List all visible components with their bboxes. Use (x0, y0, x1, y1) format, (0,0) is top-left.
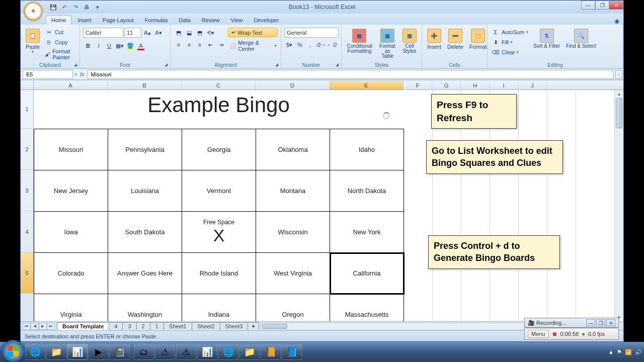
font-color-icon[interactable]: A (136, 41, 146, 51)
font-launcher-icon[interactable]: ◢ (163, 61, 169, 67)
taskbar-explorer-icon[interactable]: 📁 (46, 344, 66, 360)
sheet-tab-2[interactable]: 2 (136, 322, 150, 330)
number-launcher-icon[interactable]: ◢ (334, 61, 340, 67)
recorder-titlebar[interactable]: 🎥 Recording... — ❐ ✕ (524, 318, 619, 328)
bingo-cell[interactable]: California (330, 253, 404, 294)
select-all-corner[interactable] (21, 81, 34, 89)
alignment-launcher-icon[interactable]: ◢ (274, 61, 280, 67)
align-center-icon[interactable]: ≡ (184, 40, 194, 50)
row-header-2[interactable]: 2 (21, 129, 34, 170)
note-refresh[interactable]: Press F9 to Refresh (431, 94, 517, 129)
note-generate[interactable]: Press Control + d to Generate Bingo Boar… (428, 235, 560, 269)
sheet-tab-sheet3[interactable]: Sheet3 (220, 322, 249, 330)
bingo-cell[interactable]: North Dakota (330, 170, 404, 212)
formula-bar[interactable]: Missouri (88, 70, 613, 79)
taskbar-app4-icon[interactable]: 📊 (197, 344, 217, 360)
col-header-f[interactable]: F (404, 81, 432, 89)
tab-home[interactable]: Home (46, 15, 71, 25)
sort-filter-button[interactable]: ⇅Sort & Filter (531, 28, 562, 50)
font-name-combo[interactable]: Calibri (83, 28, 123, 38)
office-button[interactable]: ❖ (24, 2, 43, 21)
tab-insert[interactable]: Insert (72, 16, 97, 25)
col-header-a[interactable]: A (34, 81, 108, 89)
bingo-cell[interactable]: Virginia (34, 294, 108, 322)
underline-icon[interactable]: U (104, 41, 114, 51)
find-select-button[interactable]: 🔍Find & Select (564, 28, 598, 50)
rec-min-icon[interactable]: — (586, 319, 595, 326)
grow-font-icon[interactable]: A▴ (142, 28, 152, 38)
currency-icon[interactable]: $▾ (284, 40, 294, 50)
sheet-tab-sheet1[interactable]: Sheet1 (164, 322, 192, 330)
scroll-thumb[interactable] (616, 98, 622, 128)
tab-nav-next-icon[interactable]: ▶ (39, 323, 47, 330)
increase-decimal-icon[interactable]: .0→ (316, 40, 326, 50)
tab-nav-last-icon[interactable]: ⏭ (47, 323, 55, 330)
bingo-cell[interactable]: Washington (108, 294, 182, 322)
merge-center-button[interactable]: ⬜Merge & Center▾ (228, 39, 278, 52)
tray-up-icon[interactable]: ▲ (608, 349, 614, 355)
bingo-cell[interactable]: Montana (256, 170, 330, 212)
col-header-j[interactable]: J (518, 81, 547, 89)
sheet-tab-3[interactable]: 3 (122, 322, 136, 330)
tab-data[interactable]: Data (174, 16, 195, 25)
fill-color-icon[interactable]: 🪣 (125, 41, 135, 51)
undo-icon[interactable]: ↶ (60, 3, 69, 12)
tab-page-layout[interactable]: Page Layout (98, 16, 139, 25)
start-button[interactable] (2, 340, 24, 362)
conditional-formatting-button[interactable]: ▦Conditional Formatting (345, 28, 374, 55)
sheet-tab-board-template[interactable]: Board Template (57, 322, 109, 330)
row-header-1[interactable]: 1 (21, 90, 34, 129)
bingo-cell[interactable]: Missouri (34, 129, 108, 170)
copy-button[interactable]: ⎘Copy (44, 38, 76, 47)
sheet-tab-4[interactable]: 4 (109, 322, 123, 330)
tab-view[interactable]: View (226, 16, 248, 25)
bingo-cell[interactable]: South Dakota (108, 212, 182, 253)
tab-formulas[interactable]: Formulas (140, 16, 173, 25)
taskbar-onenote-icon[interactable]: 📓 (110, 344, 130, 360)
bingo-cell[interactable]: Louisiana (108, 170, 182, 212)
percent-icon[interactable]: % (295, 40, 305, 50)
rec-stop-icon[interactable]: ⏹ (552, 331, 557, 337)
insert-cells-button[interactable]: ➕Insert (425, 28, 443, 51)
col-header-e[interactable]: E (330, 81, 404, 89)
note-list-worksheet[interactable]: Go to List Worksheet to edit Bingo Squar… (426, 140, 563, 174)
bingo-cell[interactable]: Iowa (34, 212, 108, 253)
taskbar-app2-icon[interactable]: ⚠ (155, 344, 175, 360)
paste-button[interactable]: 📋 Paste ▾ (24, 28, 42, 55)
shrink-font-icon[interactable]: A▾ (153, 28, 164, 38)
align-middle-icon[interactable]: ⬓ (184, 28, 194, 38)
row-header-5[interactable]: 5 (21, 252, 34, 294)
bingo-cell[interactable]: Georgia (182, 129, 256, 170)
col-header-i[interactable]: I (490, 81, 518, 89)
taskbar-app6-icon[interactable]: 📁 (239, 344, 260, 360)
bingo-cell[interactable]: New York (330, 212, 404, 253)
border-icon[interactable]: ▦▾ (115, 41, 125, 51)
increase-indent-icon[interactable]: ⇥ (216, 40, 226, 50)
decrease-decimal-icon[interactable]: ←.0 (327, 40, 337, 50)
sheet-tab-sheet2[interactable]: Sheet2 (192, 322, 220, 330)
vertical-scrollbar[interactable]: ▲ ▼ (614, 90, 623, 321)
bingo-cell[interactable]: Answer Goes Here (108, 253, 182, 294)
tab-nav-first-icon[interactable]: ⏮ (23, 323, 31, 330)
col-header-d[interactable]: D (256, 81, 330, 89)
col-header-h[interactable]: H (461, 81, 490, 89)
taskbar-word-icon[interactable]: 📘 (282, 344, 302, 360)
taskbar-app3-icon[interactable]: ⚠ (176, 344, 196, 360)
bingo-cell[interactable]: Colorado (34, 253, 108, 294)
tab-nav-prev-icon[interactable]: ◀ (31, 323, 39, 330)
rec-menu-button[interactable]: Menu (528, 330, 549, 338)
format-as-table-button[interactable]: ▦Format as Table (376, 28, 398, 60)
row-header-3[interactable]: 3 (21, 170, 34, 211)
align-left-icon[interactable]: ≡ (174, 40, 184, 50)
bingo-cell[interactable]: Oklahoma (256, 129, 330, 170)
align-top-icon[interactable]: ⬒ (174, 28, 184, 38)
taskbar-ie-icon[interactable]: 🌐 (25, 344, 45, 360)
bingo-cell[interactable]: New Jersey (34, 170, 108, 212)
italic-icon[interactable]: I (94, 41, 104, 51)
cell-styles-button[interactable]: ▦Cell Styles (400, 28, 419, 55)
taskbar-app5-icon[interactable]: 🌐 (218, 344, 238, 360)
orientation-icon[interactable]: ⟲▾ (205, 28, 215, 38)
bingo-cell[interactable]: Free SpaceX (182, 212, 256, 253)
taskbar-ppt-icon[interactable]: 📙 (261, 344, 281, 360)
tab-developer[interactable]: Developer (249, 16, 284, 25)
